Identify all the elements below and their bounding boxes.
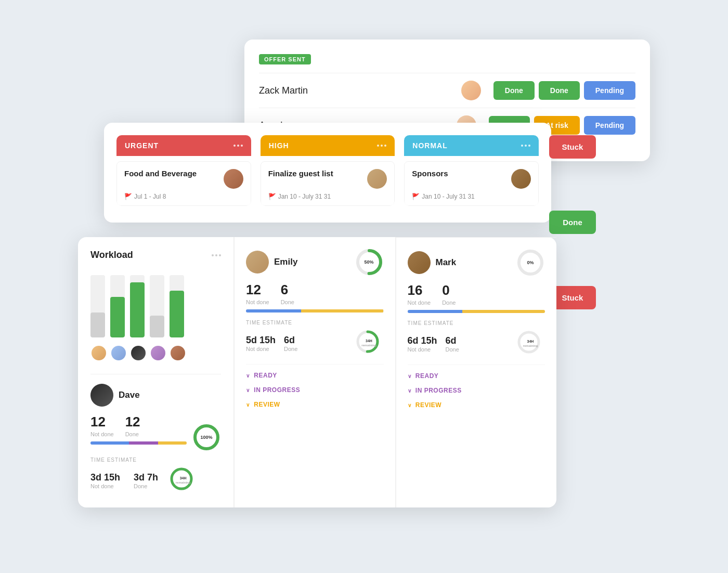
finalize-guest-date: 🚩 Jan 10 - July 31 31 (268, 193, 387, 200)
emily-done-label: Done (281, 299, 294, 305)
scene: OFFER SENT Zack Martin Done Done Pending… (78, 40, 650, 533)
sponsors-item[interactable]: Sponsors 🚩 Jan 10 - July 31 31 (404, 161, 539, 206)
dave-time-label: TIME ESTIMATE (90, 457, 221, 463)
emily-not-done: 12 (246, 282, 269, 298)
high-column: HIGH Finalize guest list 🚩 Jan 10 - July (261, 135, 395, 206)
stuck-button-top[interactable]: Stuck (549, 135, 596, 159)
urgent-header: URGENT (116, 135, 251, 156)
mark-done: 0 (442, 282, 456, 298)
urgent-menu[interactable] (233, 145, 243, 147)
mark-time-label: TIME ESTIMATE (408, 320, 545, 326)
people-panels: Emily 50% 12 Not done (234, 237, 556, 507)
sponsors-date: 🚩 Jan 10 - July 31 31 (412, 193, 531, 200)
workload-bars (90, 270, 221, 337)
dave-remaining: 34Hremaining (176, 476, 191, 485)
finalize-guest-title: Finalize guest list (268, 169, 333, 178)
mark-avatar (408, 251, 431, 274)
dave-name: Dave (119, 390, 140, 400)
mark-time-not-done: 6d 15h (408, 335, 437, 346)
avatar-2 (110, 345, 127, 361)
zack-status-1[interactable]: Done (493, 81, 535, 100)
workload-menu[interactable] (212, 254, 221, 256)
sponsors-avatar (511, 169, 531, 189)
zack-name: Zack Martin (259, 85, 455, 96)
workload-avatars (90, 345, 221, 361)
high-menu[interactable] (377, 145, 386, 147)
dave-done: 12 (125, 414, 140, 430)
zack-avatar (461, 81, 481, 100)
mark-not-done-label: Not done (408, 299, 431, 306)
done-button[interactable]: Done (549, 211, 596, 234)
dave-time-nd-label: Not done (90, 483, 120, 489)
dave-section: Dave 12 Not done 12 Done (90, 374, 221, 495)
mark-name: Mark (436, 257, 457, 268)
mark-donut: 0% (516, 248, 545, 277)
zack-status-2[interactable]: Done (539, 81, 580, 100)
dave-time-done: 3d 7h (134, 472, 158, 483)
mark-card: Mark 0% 16 Not done 0 (396, 237, 557, 507)
emily-done: 6 (281, 282, 294, 298)
emily-not-done-label: Not done (246, 299, 269, 305)
dave-avatar (90, 384, 113, 407)
emily-donut: 50% (355, 248, 384, 277)
amy-status-3[interactable]: Pending (584, 116, 635, 135)
food-beverage-date: 🚩 Jul 1 - Jul 8 (124, 193, 243, 200)
mark-ready-link[interactable]: ∨ READY (408, 370, 545, 382)
dave-remaining-donut: 34Hremaining (168, 466, 198, 495)
workload-title: Workload (90, 250, 133, 261)
workload-people-card: Workload (78, 237, 556, 507)
mark-review-link[interactable]: ∨ REVIEW (408, 399, 545, 411)
emily-remaining-donut: 34Hremaining (355, 329, 384, 358)
offer-badge: OFFER SENT (259, 54, 311, 64)
emily-card: Emily 50% 12 Not done (234, 237, 396, 507)
dave-done-label: Done (125, 431, 140, 437)
normal-header: NORMAL (404, 135, 539, 156)
emily-percent: 50% (364, 259, 373, 265)
dave-not-done: 12 (90, 414, 114, 430)
dave-time-not-done: 3d 15h (90, 472, 120, 483)
dave-not-done-label: Not done (90, 431, 114, 437)
normal-column: NORMAL Sponsors 🚩 Jan 10 - July 31 31 (404, 135, 539, 206)
zack-statuses: Done Done Pending (493, 81, 635, 100)
emily-time-not-done: 5d 15h (246, 335, 276, 346)
normal-menu[interactable] (521, 145, 530, 147)
sponsors-title: Sponsors (412, 169, 448, 178)
emily-avatar (246, 251, 269, 274)
dave-percent: 100% (200, 435, 212, 440)
food-beverage-item[interactable]: Food and Beverage 🚩 Jul 1 - Jul 8 (116, 161, 251, 206)
mark-not-done: 16 (408, 282, 431, 298)
food-beverage-title: Food and Beverage (124, 169, 197, 178)
mark-percent: 0% (527, 260, 534, 266)
finalize-guest-avatar (367, 169, 387, 189)
emily-remaining: 34Hremaining (361, 339, 376, 348)
offer-row-zack: Zack Martin Done Done Pending (259, 73, 635, 108)
mark-remaining-donut: 34Hremaining (516, 329, 545, 358)
high-header: HIGH (261, 135, 395, 156)
urgent-column: URGENT Food and Beverage 🚩 Jul 1 - Jul 8 (116, 135, 251, 206)
kanban-card: URGENT Food and Beverage 🚩 Jul 1 - Jul 8 (104, 123, 551, 223)
emily-ready-link[interactable]: ∨ READY (246, 370, 384, 381)
normal-label: NORMAL (412, 141, 447, 150)
avatar-4 (150, 345, 166, 361)
emily-time-done: 6d (284, 335, 297, 346)
mark-done-label: Done (442, 299, 456, 306)
mark-remaining: 34Hremaining (523, 340, 538, 348)
workload-panel: Workload (78, 237, 234, 507)
emily-inprogress-link[interactable]: ∨ IN PROGRESS (246, 384, 384, 396)
mark-time-done: 6d (446, 335, 459, 346)
food-beverage-avatar (224, 169, 243, 189)
urgent-label: URGENT (125, 141, 159, 150)
avatar-1 (90, 345, 107, 361)
high-label: HIGH (269, 141, 289, 150)
avatar-3 (130, 345, 147, 361)
kanban-columns: URGENT Food and Beverage 🚩 Jul 1 - Jul 8 (116, 135, 539, 206)
emily-time-label: TIME ESTIMATE (246, 320, 384, 325)
avatar-5 (170, 345, 186, 361)
dave-donut: 100% (192, 423, 221, 452)
emily-review-link[interactable]: ∨ REVIEW (246, 399, 384, 410)
emily-name: Emily (274, 257, 297, 267)
mark-inprogress-link[interactable]: ∨ IN PROGRESS (408, 385, 545, 396)
dave-time-d-label: Done (134, 483, 158, 489)
finalize-guest-item[interactable]: Finalize guest list 🚩 Jan 10 - July 31 3… (261, 161, 395, 206)
zack-status-3[interactable]: Pending (584, 81, 635, 100)
